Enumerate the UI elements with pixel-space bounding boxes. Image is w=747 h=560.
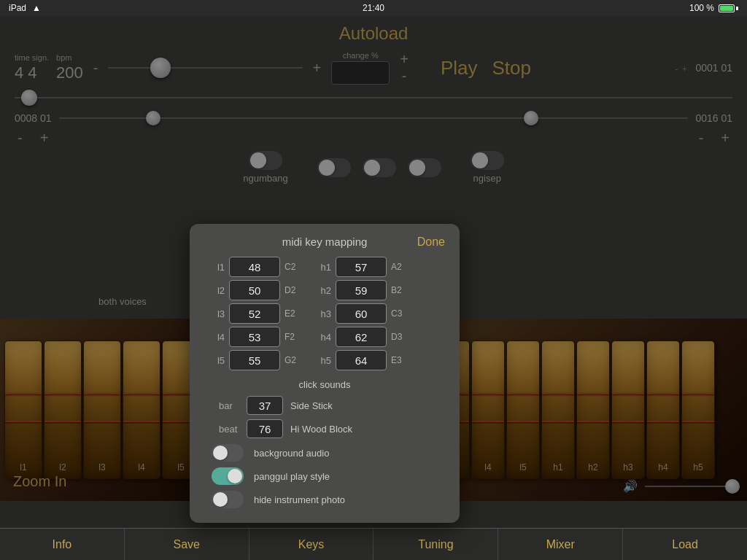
mapping-grid: l1 C2 h1 A2 l2 D2 h2 B2 l3 E2 h3 C3 [204,257,445,370]
bar-click-row: bar Side Stick [204,396,445,415]
modal-title: midi key mapping [204,236,445,248]
key-l3-input[interactable] [229,303,280,324]
tab-bar: Info Save Keys Tuning Mixer Load [0,528,747,560]
panggul-row: panggul play style [204,467,445,485]
hide-photo-toggle[interactable] [212,491,244,508]
bg-audio-toggle[interactable] [212,444,244,462]
panggul-toggle[interactable] [212,467,244,485]
click-sounds-title: click sounds [204,379,445,390]
key-l5-input[interactable] [229,350,280,370]
modal-overlay[interactable]: midi key mapping Done l1 C2 h1 A2 l2 D2 … [0,16,747,528]
row-h2-label: h2 [311,285,331,296]
row-h4-label: h4 [311,332,331,343]
note-d2: D2 [285,285,306,295]
key-h3-input[interactable] [336,303,387,324]
wifi-icon: ▲ [32,3,41,13]
note-e3: E3 [391,355,413,365]
note-g2: G2 [285,355,306,365]
key-h1-input[interactable] [336,257,387,277]
key-h2-input[interactable] [336,280,387,300]
row-h5-label: h5 [311,355,331,366]
main-area: Autoload time sign. 4 4 bpm 200 - + chan… [0,16,747,528]
beat-label: beat [219,424,239,435]
tab-info[interactable]: Info [0,529,125,560]
tab-tuning[interactable]: Tuning [374,529,498,560]
time-display: 21:40 [363,3,384,13]
row-h3-label: h3 [311,308,331,319]
tab-mixer[interactable]: Mixer [498,529,623,560]
bar-sound-name: Side Stick [290,400,333,411]
modal-panel: midi key mapping Done l1 C2 h1 A2 l2 D2 … [190,224,460,523]
bg-audio-row: background audio [204,444,445,462]
bar-label: bar [219,400,239,411]
note-f2: F2 [285,332,306,342]
note-e2: E2 [285,308,306,319]
row-l3-label: l3 [204,308,225,319]
beat-sound-name: Hi Wood Block [290,424,352,435]
tab-keys[interactable]: Keys [249,529,374,560]
note-c3: C3 [391,308,413,319]
device-label: iPad [9,3,26,13]
done-button[interactable]: Done [417,236,445,249]
row-l2-label: l2 [204,285,225,296]
note-c2: C2 [285,262,306,272]
note-b2: B2 [391,285,413,295]
status-left: iPad ▲ [9,3,41,13]
hide-photo-label: hide instrument photo [254,494,345,505]
bg-audio-label: background audio [254,448,329,459]
beat-click-row: beat Hi Wood Block [204,419,445,438]
battery-icon [719,4,738,12]
panggul-label: panggul play style [254,471,330,482]
row-l4-label: l4 [204,332,225,343]
tab-load[interactable]: Load [623,529,747,560]
key-h5-input[interactable] [336,350,387,370]
battery-pct: 100 % [689,3,714,13]
key-l2-input[interactable] [229,280,280,300]
note-d3: D3 [391,332,413,342]
row-l5-label: l5 [204,355,225,366]
row-l1-label: l1 [204,262,225,273]
hide-photo-row: hide instrument photo [204,491,445,508]
status-bar: iPad ▲ 21:40 100 % [0,0,747,16]
row-h1-label: h1 [311,262,331,273]
key-h4-input[interactable] [336,327,387,347]
bar-input[interactable] [247,396,283,415]
beat-input[interactable] [247,419,283,438]
note-a2: A2 [391,262,413,272]
key-l1-input[interactable] [229,257,280,277]
status-right: 100 % [689,3,738,13]
key-l4-input[interactable] [229,327,280,347]
tab-save[interactable]: Save [125,529,249,560]
